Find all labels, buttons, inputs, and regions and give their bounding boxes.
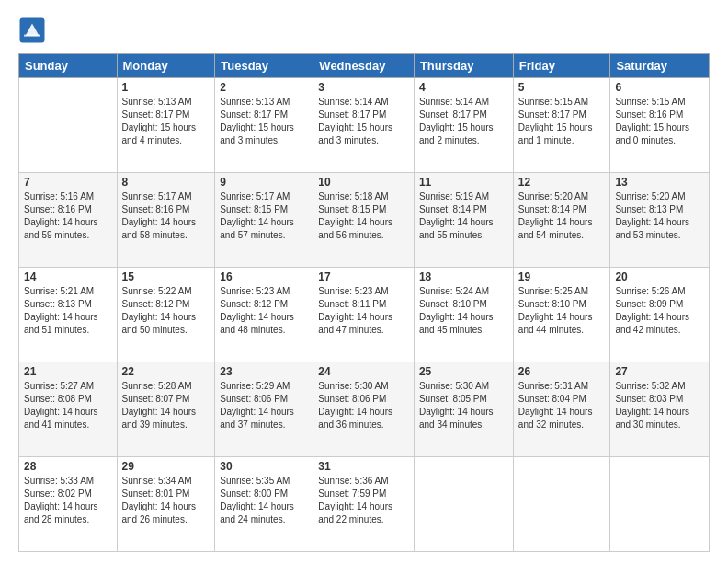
cell-info: Sunrise: 5:30 AM Sunset: 8:05 PM Dayligh… [419,380,508,431]
cell-day-number: 28 [24,460,112,473]
cell-info: Sunrise: 5:36 AM Sunset: 7:59 PM Dayligh… [318,475,409,526]
header [18,17,710,44]
calendar-cell: 21Sunrise: 5:27 AM Sunset: 8:08 PM Dayli… [19,362,118,457]
calendar-row: 7Sunrise: 5:16 AM Sunset: 8:16 PM Daylig… [19,173,710,268]
cell-day-number: 1 [122,81,210,94]
cell-info: Sunrise: 5:14 AM Sunset: 8:17 PM Dayligh… [318,96,409,147]
calendar-cell: 29Sunrise: 5:34 AM Sunset: 8:01 PM Dayli… [117,457,215,552]
cell-info: Sunrise: 5:30 AM Sunset: 8:06 PM Dayligh… [318,380,409,431]
calendar-cell: 28Sunrise: 5:33 AM Sunset: 8:02 PM Dayli… [19,457,118,552]
cell-info: Sunrise: 5:20 AM Sunset: 8:13 PM Dayligh… [615,190,704,242]
calendar-cell: 24Sunrise: 5:30 AM Sunset: 8:06 PM Dayli… [313,362,415,457]
calendar-header-row: SundayMondayTuesdayWednesdayThursdayFrid… [19,54,710,78]
calendar-cell: 3Sunrise: 5:14 AM Sunset: 8:17 PM Daylig… [313,78,415,173]
calendar-cell: 19Sunrise: 5:25 AM Sunset: 8:10 PM Dayli… [513,268,610,362]
cell-info: Sunrise: 5:35 AM Sunset: 8:00 PM Dayligh… [220,475,308,526]
cell-day-number: 29 [122,460,210,473]
cell-day-number: 20 [615,270,704,283]
cell-day-number: 26 [518,365,606,378]
cell-info: Sunrise: 5:24 AM Sunset: 8:10 PM Dayligh… [419,285,508,337]
calendar-cell: 2Sunrise: 5:13 AM Sunset: 8:17 PM Daylig… [215,78,313,173]
weekday-header-thursday: Thursday [414,54,513,78]
calendar-cell [414,457,513,552]
page: SundayMondayTuesdayWednesdayThursdayFrid… [0,0,728,563]
calendar-cell [610,457,710,552]
calendar-cell: 23Sunrise: 5:29 AM Sunset: 8:06 PM Dayli… [215,362,313,457]
cell-day-number: 27 [615,365,704,378]
cell-day-number: 4 [419,81,508,94]
cell-info: Sunrise: 5:25 AM Sunset: 8:10 PM Dayligh… [518,285,606,337]
cell-day-number: 10 [318,176,409,189]
cell-day-number: 17 [318,270,409,283]
logo [18,17,50,44]
cell-info: Sunrise: 5:34 AM Sunset: 8:01 PM Dayligh… [122,475,210,526]
cell-info: Sunrise: 5:23 AM Sunset: 8:11 PM Dayligh… [318,285,409,337]
cell-day-number: 15 [122,270,210,283]
cell-info: Sunrise: 5:14 AM Sunset: 8:17 PM Dayligh… [419,96,508,147]
calendar-cell: 5Sunrise: 5:15 AM Sunset: 8:17 PM Daylig… [513,78,610,173]
cell-info: Sunrise: 5:19 AM Sunset: 8:14 PM Dayligh… [419,190,508,242]
cell-day-number: 16 [220,270,308,283]
cell-info: Sunrise: 5:26 AM Sunset: 8:09 PM Dayligh… [615,285,704,337]
calendar-cell [19,78,118,173]
cell-day-number: 9 [220,176,308,189]
calendar-cell: 15Sunrise: 5:22 AM Sunset: 8:12 PM Dayli… [117,268,215,362]
calendar-cell: 20Sunrise: 5:26 AM Sunset: 8:09 PM Dayli… [610,268,710,362]
cell-day-number: 21 [24,365,112,378]
cell-info: Sunrise: 5:20 AM Sunset: 8:14 PM Dayligh… [518,190,606,242]
calendar-cell: 11Sunrise: 5:19 AM Sunset: 8:14 PM Dayli… [414,173,513,268]
calendar-row: 28Sunrise: 5:33 AM Sunset: 8:02 PM Dayli… [19,457,710,552]
calendar-cell: 7Sunrise: 5:16 AM Sunset: 8:16 PM Daylig… [19,173,118,268]
cell-day-number: 7 [24,176,112,189]
calendar-cell: 1Sunrise: 5:13 AM Sunset: 8:17 PM Daylig… [117,78,215,173]
cell-info: Sunrise: 5:31 AM Sunset: 8:04 PM Dayligh… [518,380,606,431]
weekday-header-tuesday: Tuesday [215,54,313,78]
cell-day-number: 8 [122,176,210,189]
calendar-cell: 25Sunrise: 5:30 AM Sunset: 8:05 PM Dayli… [414,362,513,457]
calendar-cell: 13Sunrise: 5:20 AM Sunset: 8:13 PM Dayli… [610,173,710,268]
cell-info: Sunrise: 5:17 AM Sunset: 8:16 PM Dayligh… [122,190,210,242]
calendar-cell: 31Sunrise: 5:36 AM Sunset: 7:59 PM Dayli… [313,457,415,552]
cell-day-number: 2 [220,81,308,94]
cell-info: Sunrise: 5:17 AM Sunset: 8:15 PM Dayligh… [220,190,308,242]
calendar-cell: 12Sunrise: 5:20 AM Sunset: 8:14 PM Dayli… [513,173,610,268]
calendar-table: SundayMondayTuesdayWednesdayThursdayFrid… [18,53,710,552]
cell-info: Sunrise: 5:15 AM Sunset: 8:17 PM Dayligh… [518,96,606,147]
cell-day-number: 13 [615,176,704,189]
cell-info: Sunrise: 5:28 AM Sunset: 8:07 PM Dayligh… [122,380,210,431]
cell-info: Sunrise: 5:33 AM Sunset: 8:02 PM Dayligh… [24,475,112,526]
weekday-header-sunday: Sunday [19,54,118,78]
cell-day-number: 23 [220,365,308,378]
cell-info: Sunrise: 5:23 AM Sunset: 8:12 PM Dayligh… [220,285,308,337]
cell-info: Sunrise: 5:13 AM Sunset: 8:17 PM Dayligh… [122,96,210,147]
calendar-cell: 18Sunrise: 5:24 AM Sunset: 8:10 PM Dayli… [414,268,513,362]
calendar-cell: 6Sunrise: 5:15 AM Sunset: 8:16 PM Daylig… [610,78,710,173]
cell-day-number: 3 [318,81,409,94]
cell-day-number: 22 [122,365,210,378]
svg-rect-2 [24,35,40,37]
weekday-header-friday: Friday [513,54,610,78]
cell-day-number: 14 [24,270,112,283]
cell-day-number: 18 [419,270,508,283]
calendar-cell: 16Sunrise: 5:23 AM Sunset: 8:12 PM Dayli… [215,268,313,362]
cell-info: Sunrise: 5:18 AM Sunset: 8:15 PM Dayligh… [318,190,409,242]
calendar-cell: 9Sunrise: 5:17 AM Sunset: 8:15 PM Daylig… [215,173,313,268]
cell-day-number: 24 [318,365,409,378]
cell-day-number: 5 [518,81,606,94]
cell-info: Sunrise: 5:21 AM Sunset: 8:13 PM Dayligh… [24,285,112,337]
calendar-row: 1Sunrise: 5:13 AM Sunset: 8:17 PM Daylig… [19,78,710,173]
calendar-cell: 14Sunrise: 5:21 AM Sunset: 8:13 PM Dayli… [19,268,118,362]
cell-day-number: 6 [615,81,704,94]
weekday-header-monday: Monday [117,54,215,78]
calendar-cell: 26Sunrise: 5:31 AM Sunset: 8:04 PM Dayli… [513,362,610,457]
cell-info: Sunrise: 5:13 AM Sunset: 8:17 PM Dayligh… [220,96,308,147]
cell-info: Sunrise: 5:32 AM Sunset: 8:03 PM Dayligh… [615,380,704,431]
calendar-row: 21Sunrise: 5:27 AM Sunset: 8:08 PM Dayli… [19,362,710,457]
cell-info: Sunrise: 5:29 AM Sunset: 8:06 PM Dayligh… [220,380,308,431]
cell-day-number: 12 [518,176,606,189]
calendar-cell: 8Sunrise: 5:17 AM Sunset: 8:16 PM Daylig… [117,173,215,268]
calendar-cell: 22Sunrise: 5:28 AM Sunset: 8:07 PM Dayli… [117,362,215,457]
cell-day-number: 31 [318,460,409,473]
calendar-cell: 27Sunrise: 5:32 AM Sunset: 8:03 PM Dayli… [610,362,710,457]
calendar-cell: 10Sunrise: 5:18 AM Sunset: 8:15 PM Dayli… [313,173,415,268]
